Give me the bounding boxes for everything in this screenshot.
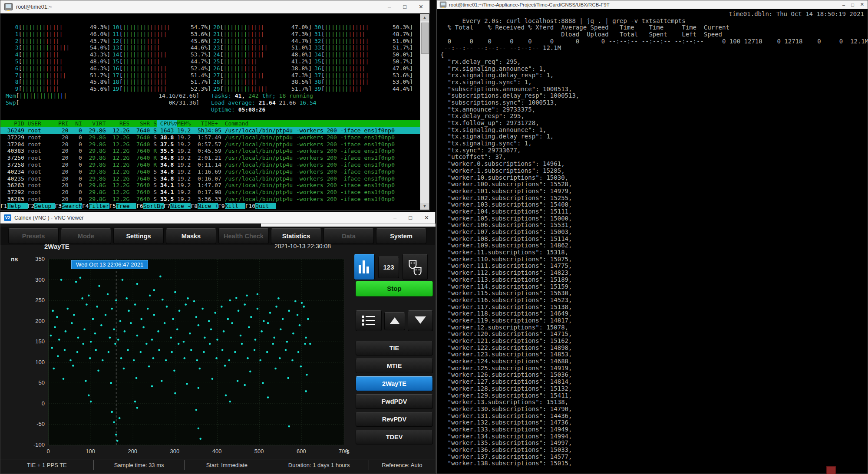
table-row[interactable]: 40383 root 20 0 29.8G 12.2G 7640 R 35.5 … — [0, 148, 420, 155]
table-row[interactable]: 37250 root 20 0 29.8G 12.2G 7640 R 34.8 … — [0, 155, 420, 161]
cpu-meter-19: 19[||||||||||||| 52.3%] — [112, 86, 211, 92]
json-entry: "tx.signaling.announce": 1, — [440, 127, 867, 134]
y-tick-label: 250 — [25, 297, 45, 303]
process-table-header[interactable]: PID USER PRI NI VIRT RES SHR S CPU%▽MEM%… — [0, 120, 420, 127]
y-tick-label: -50 — [25, 421, 45, 427]
table-row[interactable]: 36263 root 20 0 29.8G 12.2G 7640 S 34.1 … — [0, 182, 420, 189]
close-icon[interactable]: ✕ — [419, 3, 423, 10]
tab-mode[interactable]: Mode — [61, 228, 111, 244]
htop-scrollbar[interactable]: ▲ ▼ — [420, 14, 429, 210]
rterm-titlebar[interactable]: root@time01:~/Time-Appliance-Project/Tim… — [437, 0, 868, 9]
data-point — [159, 276, 162, 278]
cpu-meter-1: 1[|||||||||||| 46.0%] — [12, 31, 110, 38]
data-point — [267, 396, 269, 398]
status-segment: Sample time: 33 ms — [93, 460, 185, 470]
scatter-plot[interactable] — [48, 259, 344, 445]
data-point — [248, 326, 250, 329]
vnc-titlebar[interactable]: V2 Calnex (VNC ) - VNC Viewer – □ ✕ — [0, 212, 435, 224]
data-point — [90, 341, 92, 343]
json-entry: "worker.138.subscriptions": 15015, — [440, 460, 867, 467]
tab-statistics[interactable]: Statistics — [271, 228, 321, 244]
scrollbar-thumb[interactable] — [421, 23, 429, 54]
data-point — [257, 308, 259, 310]
table-row[interactable]: 36283 root 20 0 29.8G 12.2G 7640 S 33.5 … — [0, 196, 420, 203]
maximize-icon[interactable]: □ — [403, 3, 406, 10]
masks-view-button[interactable] — [403, 254, 428, 280]
maximize-icon[interactable]: □ — [851, 2, 854, 7]
vnc-status-bar: TIE + 1 PPS TESample time: 33 msStart: I… — [0, 460, 435, 470]
table-row[interactable]: 40234 root 20 0 29.8G 12.2G 7640 S 34.8 … — [0, 168, 420, 175]
data-point — [85, 380, 87, 382]
data-point — [301, 302, 303, 304]
measurement-button-tie[interactable]: TIE — [356, 341, 433, 356]
data-point — [140, 318, 142, 320]
table-row[interactable]: 40235 root 20 0 29.8G 12.2G 7640 S 34.8 … — [0, 175, 420, 182]
table-row[interactable]: 37204 root 20 0 29.8G 12.2G 7640 S 37.5 … — [0, 141, 420, 148]
data-point — [261, 330, 263, 332]
close-icon[interactable]: ✕ — [424, 214, 429, 221]
json-open-brace: { — [440, 52, 867, 59]
json-entry: "worker.123.subscriptions": 14853, — [440, 351, 867, 358]
minimize-icon[interactable]: – — [393, 214, 396, 221]
cpu-meter-23: 23[||||||||||||| 51.0%] — [213, 44, 312, 51]
scroll-up-icon[interactable]: ▲ — [420, 14, 429, 21]
data-point — [142, 326, 145, 329]
list-icon — [362, 315, 375, 326]
json-entry: "worker.12.subscriptions": 15078, — [440, 324, 867, 331]
data-point — [201, 308, 204, 310]
table-row[interactable]: 37258 root 20 0 29.8G 12.2G 7640 R 34.8 … — [0, 161, 420, 168]
minimize-icon[interactable]: – — [388, 3, 391, 10]
data-point — [274, 368, 277, 370]
close-icon[interactable]: ✕ — [860, 2, 864, 7]
tab-data[interactable]: Data — [323, 228, 374, 244]
table-row[interactable]: 36249 root 20 0 29.8G 12.2G 7640 S 1643 … — [0, 127, 420, 134]
numeric-view-button[interactable]: 123 — [378, 257, 399, 278]
cpu-meter-31: 31[|||||||||||| 48.7%] — [314, 31, 413, 38]
table-row[interactable]: 37292 root 20 0 29.8G 12.2G 7640 S 34.1 … — [0, 189, 420, 196]
tab-settings[interactable]: Settings — [113, 228, 164, 244]
data-point — [209, 343, 211, 345]
table-row[interactable]: 37229 root 20 0 29.8G 12.2G 7640 S 38.8 … — [0, 134, 420, 141]
minimize-icon[interactable]: – — [842, 2, 845, 7]
tab-health-check[interactable]: Health Check — [218, 228, 269, 244]
measurement-button-tdev[interactable]: TDEV — [356, 430, 433, 444]
tab-system[interactable]: System — [376, 228, 426, 244]
htop-titlebar[interactable]: root@time01:~ – □ ✕ — [0, 0, 429, 13]
json-entry: "worker.111.subscriptions": 14775, — [440, 263, 867, 270]
cpu-meter-27: 27[|||||||||||| 47.3%] — [213, 72, 312, 79]
scroll-up-button[interactable] — [384, 312, 405, 330]
chart-view-button[interactable] — [354, 254, 375, 280]
data-point — [275, 306, 277, 308]
maximize-icon[interactable]: □ — [409, 214, 412, 221]
tab-masks[interactable]: Masks — [166, 228, 216, 244]
measurement-button-2wayte[interactable]: 2WayTE — [356, 376, 433, 391]
legend-list-button[interactable] — [356, 310, 382, 331]
data-point — [229, 401, 231, 403]
measurement-button-revpdv[interactable]: RevPDV — [356, 412, 433, 427]
data-point — [244, 384, 246, 386]
data-point — [162, 299, 164, 301]
json-entry: "worker.125.subscriptions": 14919, — [440, 365, 867, 372]
measurement-button-fwdpdv[interactable]: FwdPDV — [356, 394, 433, 409]
scroll-down-button[interactable] — [408, 310, 433, 331]
json-entry: "worker.100.subscriptions": 15528, — [440, 181, 867, 188]
data-point — [157, 330, 159, 332]
json-entry: "utcoffset": 37, — [440, 154, 867, 161]
data-point — [254, 339, 257, 341]
json-entry: "worker.135.subscriptions": 14997, — [440, 440, 867, 447]
data-point — [170, 336, 172, 339]
measurement-button-mtie[interactable]: MTIE — [356, 359, 433, 373]
json-entry: "worker.134.subscriptions": 14994, — [440, 433, 867, 440]
data-point — [227, 318, 229, 320]
scroll-down-icon[interactable]: ▼ — [420, 203, 429, 210]
data-point — [184, 357, 186, 359]
tab-presets[interactable]: Presets — [8, 228, 59, 244]
json-entry: "worker.0.subscriptions": 14961, — [440, 161, 867, 168]
data-point — [174, 392, 176, 395]
stop-button[interactable]: Stop — [356, 281, 433, 296]
json-entry: "worker.129.subscriptions": 15411, — [440, 392, 867, 399]
json-entry: "worker.132.subscriptions": 14736, — [440, 419, 867, 426]
function-key-bar[interactable]: F1Help F2Setup F3SearchF4FilterF5Tree F6… — [0, 202, 276, 210]
data-point — [198, 324, 200, 326]
data-point — [88, 395, 90, 397]
